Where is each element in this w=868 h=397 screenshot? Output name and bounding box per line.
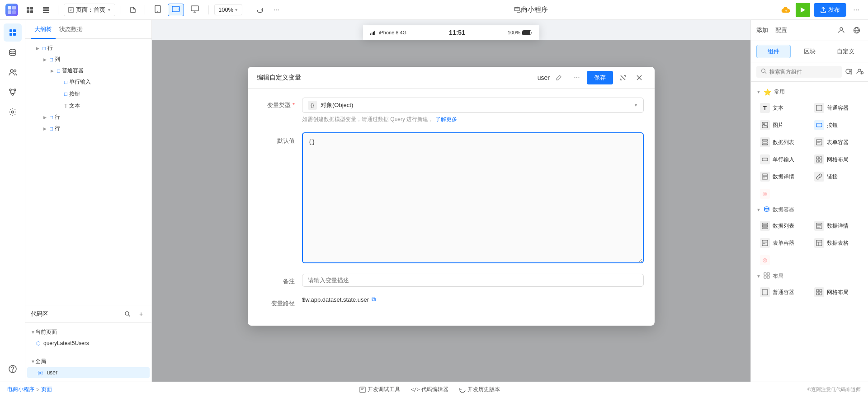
sidebar-icon-users[interactable] (4, 63, 22, 81)
svg-rect-3 (12, 10, 16, 14)
help-icon[interactable] (4, 360, 22, 378)
tree-item-row3[interactable]: ▶ □ 行 (25, 123, 151, 134)
tree-label-row2: 行 (55, 113, 148, 121)
toolbar-sep-4 (208, 5, 209, 14)
tree-item-input[interactable]: ▶ □ 单行输入 (25, 76, 151, 88)
sidebar-icon-pages[interactable] (4, 23, 22, 42)
comp-datadetail[interactable]: 数据详情 (756, 169, 809, 184)
right-tab-config[interactable]: 配置 (775, 24, 787, 36)
svg-rect-15 (191, 6, 198, 11)
tree-label-text: 文本 (69, 102, 148, 110)
debug-tool-btn[interactable]: 开发调试工具 (359, 386, 400, 393)
toolbar-sep-5 (248, 5, 248, 14)
main-layout: 大纲树 状态数据 ▶ □ 行 ▶ □ 列 ▶ □ 普通容器 (0, 20, 868, 382)
right-panel-header: 添加 配置 (751, 20, 868, 41)
comp-text[interactable]: T 文本 (756, 100, 809, 116)
comp-tab-components[interactable]: 组件 (756, 45, 791, 58)
run-btn[interactable] (796, 3, 810, 17)
comp-datalist[interactable]: 数据列表 (756, 135, 809, 150)
modal-edit-var-btn[interactable] (552, 71, 565, 84)
tree-item-col1[interactable]: ▶ □ 列 (25, 54, 151, 65)
data-grid: 数据列表 数据详情 表单容器 (751, 216, 868, 270)
view-grid-btn[interactable] (24, 4, 36, 16)
modal-save-btn[interactable]: 保存 (587, 71, 613, 84)
comp-container[interactable]: 普通容器 (811, 100, 863, 116)
toolbar-sep-2 (121, 5, 121, 14)
svg-rect-60 (762, 228, 768, 229)
comp-datatable[interactable]: 数据表格 (811, 235, 863, 251)
type-select[interactable]: {} 对象(Object) ▼ (302, 98, 644, 113)
tab-state[interactable]: 状态数据 (56, 20, 86, 39)
filter-btn[interactable] (845, 68, 853, 76)
svg-point-22 (14, 70, 16, 72)
code-add-btn[interactable]: + (136, 309, 146, 319)
toolbar-more-btn[interactable]: ··· (270, 4, 283, 16)
right-panel-network-icon[interactable] (851, 24, 863, 36)
comp-tab-blocks[interactable]: 区块 (793, 45, 827, 58)
code-current-section: ▼ 当前页面 ⬡ queryLatest5Users (25, 323, 151, 352)
modal-minimize-btn[interactable] (617, 71, 629, 84)
note-input[interactable] (302, 274, 644, 287)
form-field-default: {} (302, 132, 644, 265)
sidebar-icon-settings[interactable] (4, 103, 22, 121)
tab-outline[interactable]: 大纲树 (31, 20, 56, 39)
tree-item-button[interactable]: ▶ □ 按钮 ⚡ (25, 88, 151, 100)
modal-close-btn[interactable] (633, 71, 646, 84)
path-copy-btn[interactable]: ⧉ (372, 296, 376, 303)
code-current-header[interactable]: ▼ 当前页面 (25, 327, 151, 338)
breadcrumb-page[interactable]: 页面 (41, 386, 52, 393)
page-selector[interactable]: 页面：首页 ▼ (64, 4, 115, 16)
section-header-layout[interactable]: ▼ 布局 (751, 270, 868, 283)
mobile-device-btn[interactable] (151, 3, 165, 17)
tablet-device-btn[interactable] (168, 4, 184, 16)
sidebar-icon-flow[interactable] (4, 83, 22, 101)
tree-item-row1[interactable]: ▶ □ 行 (25, 42, 151, 54)
tree-item-text[interactable]: ▶ T 文本 (25, 100, 151, 112)
comp-form[interactable]: 表单容器 (811, 135, 863, 150)
default-value-textarea[interactable]: {} (302, 132, 644, 263)
history-btn[interactable]: 开发历史版本 (459, 386, 500, 393)
comp-form2[interactable]: 表单容器 (756, 235, 809, 251)
comp-datalist2[interactable]: 数据列表 (756, 218, 809, 234)
comp-grid[interactable]: 网格布局 (811, 152, 863, 167)
comp-link[interactable]: 链接 (811, 169, 863, 184)
new-page-btn[interactable] (127, 4, 139, 16)
user-list-btn[interactable] (856, 68, 863, 76)
comp-tab-custom[interactable]: 自定义 (828, 45, 863, 58)
comp-container2-icon (760, 287, 770, 297)
comp-grid2[interactable]: 网格布局 (811, 285, 863, 300)
refresh-btn[interactable] (254, 4, 266, 16)
user-var-icon: {x} (36, 370, 44, 376)
form-field-note (302, 274, 644, 287)
top-more-btn[interactable]: ··· (850, 4, 863, 16)
svg-rect-52 (816, 157, 819, 159)
breadcrumb-app[interactable]: 电商小程序 (7, 386, 34, 393)
right-tab-add[interactable]: 添加 (756, 24, 768, 36)
code-global-header[interactable]: ▼ 全局 (25, 356, 151, 367)
comp-button[interactable]: 按钮 (811, 117, 863, 133)
svg-rect-68 (762, 290, 768, 295)
search-input[interactable] (769, 69, 837, 75)
tree-item-container[interactable]: ▶ □ 普通容器 (25, 65, 151, 76)
section-header-common[interactable]: ▼ ⭐ 常用 (751, 85, 868, 98)
hint-link[interactable]: 了解更多 (435, 116, 457, 122)
comp-container2[interactable]: 普通容器 (756, 285, 809, 300)
view-list-btn[interactable] (40, 4, 52, 16)
sidebar-icon-data[interactable] (4, 43, 22, 61)
right-panel-user-icon[interactable] (835, 24, 847, 36)
code-item-user[interactable]: {x} user (27, 367, 150, 378)
section-header-data[interactable]: ▼ 数据容器 (751, 203, 868, 216)
comp-datadetail2[interactable]: 数据详情 (811, 218, 863, 234)
publish-btn[interactable]: 发布 (814, 3, 846, 17)
code-search-btn[interactable] (123, 309, 132, 319)
code-item-query[interactable]: ⬡ queryLatest5Users (25, 338, 151, 349)
comp-image[interactable]: 图片 (756, 117, 809, 133)
zoom-selector[interactable]: 100% ▼ (214, 4, 242, 15)
tree-item-row2[interactable]: ▶ □ 行 (25, 112, 151, 123)
comp-grid-icon (814, 154, 824, 164)
comp-singleinput[interactable]: 单行输入 (756, 152, 809, 167)
modal-more-btn[interactable]: ··· (571, 71, 583, 84)
svg-rect-9 (43, 9, 49, 11)
code-editor-btn[interactable]: </> 代码编辑器 (411, 386, 449, 393)
desktop-device-btn[interactable] (187, 3, 203, 17)
